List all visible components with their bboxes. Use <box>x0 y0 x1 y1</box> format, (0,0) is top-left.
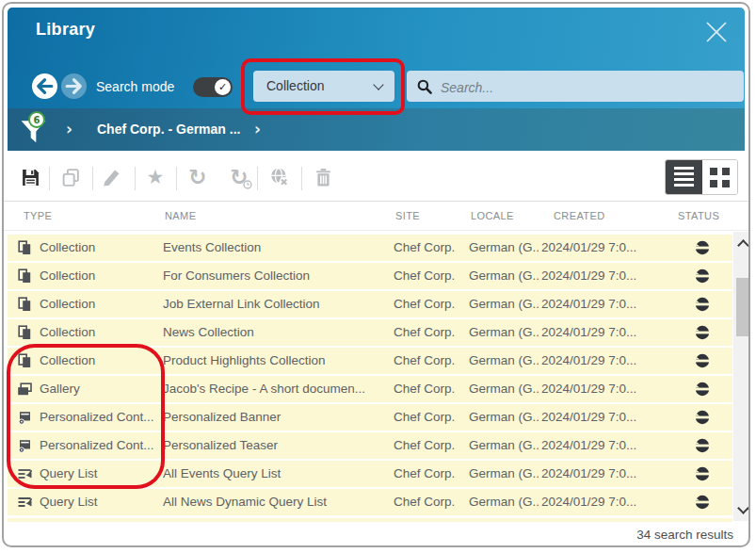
publication-status-icon <box>695 325 710 340</box>
cell-locale: German (G... <box>469 489 539 515</box>
cell-locale: German (G... <box>469 376 539 402</box>
search-icon <box>416 78 433 95</box>
cell-locale: German (G... <box>469 404 539 431</box>
content-type-dropdown-value: Collection <box>266 71 324 102</box>
toolbar-divider <box>135 167 136 190</box>
arrow-left-icon <box>32 73 57 99</box>
content-type-icon <box>17 268 32 284</box>
cell-site: Chef Corp. <box>394 461 465 487</box>
toolbar-divider <box>301 167 302 190</box>
table-row[interactable]: Collection Product Highlights Collection… <box>8 348 732 374</box>
table-row[interactable]: Query List All News Dynamic Query List C… <box>8 489 732 515</box>
results-table: Collection Events Collection Chef Corp. … <box>8 235 732 517</box>
refresh-schedule-button[interactable]: ↻ <box>228 166 250 188</box>
copy-button[interactable] <box>59 166 82 188</box>
trash-icon <box>314 168 333 187</box>
content-type-icon <box>17 466 32 481</box>
publication-status-icon <box>695 438 710 453</box>
cell-locale: German (G... <box>469 319 539 346</box>
table-row[interactable]: Personalized Cont... Personalized Teaser… <box>8 432 732 459</box>
cell-site: Chef Corp. <box>394 489 465 515</box>
cell-type: Personalized Cont... <box>40 404 160 431</box>
column-header-type[interactable]: TYPE <box>24 210 52 221</box>
cell-site: Chef Corp. <box>394 235 465 261</box>
scrollbar-thumb[interactable] <box>736 278 748 336</box>
save-icon <box>21 168 40 187</box>
table-row[interactable]: Collection For Consumers Collection Chef… <box>8 263 732 289</box>
search-input[interactable] <box>439 71 734 104</box>
cell-name: Personalized Banner <box>163 404 391 431</box>
toolbar-divider <box>257 167 258 190</box>
cell-created: 2024/01/29 7:0... <box>541 348 640 374</box>
column-header-name[interactable]: NAME <box>165 210 196 221</box>
close-icon <box>703 19 730 45</box>
result-count-label: 34 search results <box>636 523 733 547</box>
refresh-button[interactable]: ↻ <box>186 166 209 188</box>
cell-created: 2024/01/29 7:0... <box>541 404 640 431</box>
content-type-dropdown[interactable]: Collection <box>253 71 394 102</box>
table-header: TYPE NAME SITE LOCALE CREATED STATUS <box>4 202 748 231</box>
scroll-down-icon[interactable] <box>737 502 749 514</box>
content-type-icon <box>17 438 32 453</box>
cell-created: 2024/01/29 7:0... <box>541 376 640 402</box>
content-type-icon <box>17 495 32 510</box>
cell-type: Collection <box>40 319 160 346</box>
list-view-button[interactable] <box>666 160 702 194</box>
check-icon: ✓ <box>215 79 231 95</box>
column-header-status[interactable]: STATUS <box>678 210 719 221</box>
column-header-site[interactable]: SITE <box>395 210 420 221</box>
publication-status-icon <box>695 268 710 284</box>
forward-button[interactable] <box>61 73 87 99</box>
search-mode-label: Search mode <box>96 79 174 94</box>
cell-created: 2024/01/29 7:0... <box>541 489 640 515</box>
cell-locale: German (G... <box>469 291 539 317</box>
table-row[interactable]: Collection Events Collection Chef Corp. … <box>8 235 732 261</box>
cell-type: Query List <box>40 461 160 487</box>
star-icon: ★ <box>147 167 165 187</box>
table-row-partial <box>8 518 732 522</box>
content-type-icon <box>17 382 32 397</box>
cell-locale: German (G... <box>469 432 539 459</box>
view-mode-toggle <box>665 159 738 195</box>
favorite-button[interactable]: ★ <box>144 166 167 188</box>
search-field <box>407 71 744 102</box>
column-header-created[interactable]: CREATED <box>554 210 605 221</box>
cell-site: Chef Corp. <box>394 432 465 459</box>
search-mode-toggle[interactable]: ✓ <box>193 77 233 97</box>
arrow-right-icon <box>61 73 87 99</box>
table-row[interactable]: Collection News Collection Chef Corp. Ge… <box>8 319 732 346</box>
library-dialog: Library Search mode ✓ Collection <box>2 2 750 547</box>
close-button[interactable] <box>703 19 730 45</box>
breadcrumb-chevron-icon: › <box>66 120 72 138</box>
table-row[interactable]: Query List All Events Query List Chef Co… <box>8 461 732 487</box>
content-type-icon <box>17 353 32 368</box>
cell-type: Collection <box>40 263 160 289</box>
cell-created: 2024/01/29 7:0... <box>541 461 640 487</box>
publication-status-icon <box>695 466 710 481</box>
cell-created: 2024/01/29 7:0... <box>541 235 640 261</box>
table-row[interactable]: Gallery Jacob's Recipe - A short documen… <box>8 376 732 402</box>
withdraw-button[interactable] <box>268 166 291 188</box>
toolbar-divider <box>92 167 93 190</box>
clock-icon <box>243 180 252 189</box>
breadcrumb-item[interactable]: Chef Corp. - German ... <box>97 122 240 137</box>
cell-locale: German (G... <box>469 235 539 261</box>
cell-site: Chef Corp. <box>394 376 465 402</box>
table-row[interactable]: Personalized Cont... Personalized Banner… <box>8 404 732 431</box>
chevron-down-icon <box>373 79 383 89</box>
cell-name: Events Collection <box>163 235 391 261</box>
column-header-locale[interactable]: LOCALE <box>471 210 514 221</box>
scroll-up-icon[interactable] <box>737 239 749 252</box>
cell-locale: German (G... <box>469 461 539 487</box>
cell-site: Chef Corp. <box>394 263 465 289</box>
edit-button[interactable] <box>100 166 122 188</box>
cell-name: All News Dynamic Query List <box>163 489 391 515</box>
back-button[interactable] <box>32 73 57 99</box>
table-row[interactable]: Collection Job External Link Collection … <box>8 291 732 317</box>
delete-button[interactable] <box>312 166 334 188</box>
cell-type: Personalized Cont... <box>40 432 160 459</box>
grid-view-button[interactable] <box>702 160 738 194</box>
save-button[interactable] <box>19 166 41 188</box>
publication-status-icon <box>695 353 710 368</box>
vertical-scrollbar[interactable] <box>733 232 750 521</box>
